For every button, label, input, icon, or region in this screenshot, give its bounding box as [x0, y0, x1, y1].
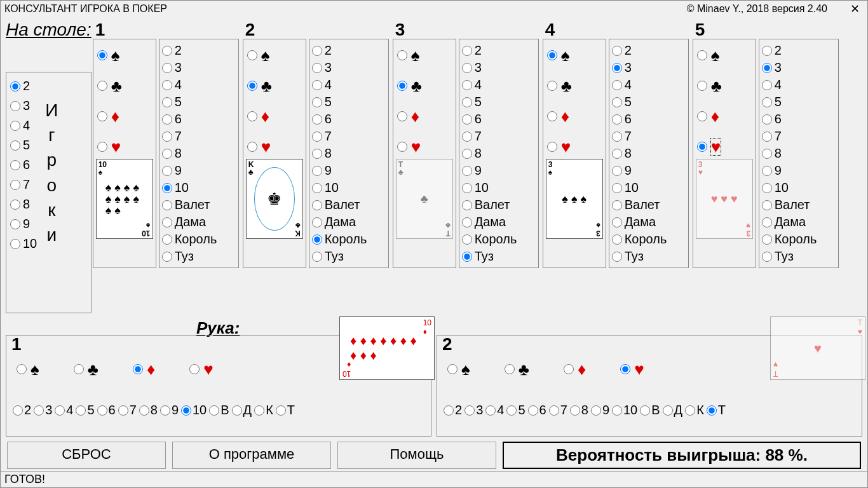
suit-option-heart[interactable]: ♥ — [397, 139, 452, 155]
hand-rank-option-3[interactable]: 3 — [34, 403, 52, 417]
rank-option-4[interactable]: 4 — [462, 78, 536, 92]
suit-option-spade[interactable]: ♠ — [697, 47, 752, 64]
rank-option-6[interactable]: 6 — [762, 112, 836, 126]
hand-suit-option-club[interactable]: ♣ — [74, 361, 98, 377]
suit-option-heart[interactable]: ♥ — [697, 139, 752, 155]
rank-option-3[interactable]: 3 — [312, 60, 386, 75]
rank-option-10[interactable]: 10 — [762, 180, 836, 195]
rank-option-2[interactable]: 2 — [462, 43, 536, 58]
suit-option-spade[interactable]: ♠ — [97, 47, 152, 64]
suit-option-spade[interactable]: ♠ — [397, 47, 452, 64]
rank-option-10[interactable]: 10 — [312, 180, 386, 195]
suit-option-diamond[interactable]: ♦ — [697, 108, 752, 125]
rank-option-8[interactable]: 8 — [462, 146, 536, 161]
help-button[interactable]: Помощь — [337, 442, 496, 469]
suit-option-club[interactable]: ♣ — [397, 78, 452, 94]
suit-option-heart[interactable]: ♥ — [547, 139, 602, 155]
players-option-2[interactable]: 2 — [10, 79, 37, 93]
rank-option-2[interactable]: 2 — [162, 43, 236, 58]
rank-option-9[interactable]: 9 — [762, 163, 836, 178]
rank-option-5[interactable]: 5 — [162, 95, 236, 109]
close-icon[interactable]: ✕ — [846, 2, 864, 16]
rank-option-7[interactable]: 7 — [762, 129, 836, 144]
hand-rank-option-К[interactable]: К — [685, 403, 704, 417]
suit-option-club[interactable]: ♣ — [547, 78, 602, 94]
rank-option-Король[interactable]: Король — [612, 232, 686, 247]
rank-option-Король[interactable]: Король — [762, 232, 836, 247]
rank-option-3[interactable]: 3 — [462, 60, 536, 75]
rank-option-Дама[interactable]: Дама — [612, 215, 686, 229]
rank-option-2[interactable]: 2 — [762, 43, 836, 58]
hand-rank-option-4[interactable]: 4 — [55, 403, 73, 417]
players-option-6[interactable]: 6 — [10, 158, 37, 172]
hand-suit-option-spade[interactable]: ♠ — [447, 361, 470, 377]
rank-option-Туз[interactable]: Туз — [312, 249, 386, 264]
hand-rank-option-2[interactable]: 2 — [13, 403, 31, 417]
rank-option-7[interactable]: 7 — [462, 129, 536, 144]
rank-option-5[interactable]: 5 — [462, 95, 536, 109]
suit-option-club[interactable]: ♣ — [697, 78, 752, 94]
rank-option-2[interactable]: 2 — [612, 43, 686, 58]
suit-option-diamond[interactable]: ♦ — [397, 108, 452, 125]
rank-option-9[interactable]: 9 — [612, 163, 686, 178]
hand-rank-option-5[interactable]: 5 — [76, 403, 94, 417]
suit-option-diamond[interactable]: ♦ — [247, 108, 302, 125]
hand-rank-option-2[interactable]: 2 — [444, 403, 462, 417]
hand-rank-option-3[interactable]: 3 — [465, 403, 483, 417]
suit-option-heart[interactable]: ♥ — [97, 139, 152, 155]
hand-rank-option-7[interactable]: 7 — [549, 403, 567, 417]
rank-option-3[interactable]: 3 — [162, 60, 236, 75]
hand-suit-option-diamond[interactable]: ♦ — [133, 361, 155, 377]
rank-option-Валет[interactable]: Валет — [312, 198, 386, 212]
rank-option-4[interactable]: 4 — [762, 78, 836, 92]
rank-option-7[interactable]: 7 — [312, 129, 386, 144]
rank-option-5[interactable]: 5 — [612, 95, 686, 109]
rank-option-Туз[interactable]: Туз — [612, 249, 686, 264]
hand-rank-option-Т[interactable]: Т — [707, 403, 726, 417]
rank-option-9[interactable]: 9 — [462, 163, 536, 178]
rank-option-9[interactable]: 9 — [162, 163, 236, 178]
suit-option-heart[interactable]: ♥ — [247, 139, 302, 155]
rank-option-4[interactable]: 4 — [612, 78, 686, 92]
rank-option-4[interactable]: 4 — [162, 78, 236, 92]
rank-option-2[interactable]: 2 — [312, 43, 386, 58]
hand-rank-option-7[interactable]: 7 — [118, 403, 137, 417]
rank-option-10[interactable]: 10 — [462, 180, 536, 195]
rank-option-5[interactable]: 5 — [762, 95, 836, 109]
players-option-5[interactable]: 5 — [10, 138, 37, 152]
hand-rank-option-5[interactable]: 5 — [506, 403, 525, 417]
hand-suit-option-diamond[interactable]: ♦ — [564, 361, 586, 377]
rank-option-Король[interactable]: Король — [312, 232, 386, 247]
hand-suit-option-heart[interactable]: ♥ — [620, 361, 644, 377]
hand-rank-option-9[interactable]: 9 — [591, 403, 609, 417]
rank-option-5[interactable]: 5 — [312, 95, 386, 109]
rank-option-6[interactable]: 6 — [162, 112, 236, 126]
rank-option-Туз[interactable]: Туз — [162, 249, 236, 264]
hand-rank-option-8[interactable]: 8 — [570, 403, 588, 417]
reset-button[interactable]: СБРОС — [7, 442, 166, 469]
rank-option-Валет[interactable]: Валет — [612, 198, 686, 212]
rank-option-6[interactable]: 6 — [462, 112, 536, 126]
hand-rank-option-В[interactable]: В — [640, 403, 660, 417]
hand-suit-option-heart[interactable]: ♥ — [189, 361, 213, 377]
rank-option-4[interactable]: 4 — [312, 78, 386, 92]
hand-rank-option-6[interactable]: 6 — [97, 403, 116, 417]
rank-option-Дама[interactable]: Дама — [762, 215, 836, 229]
rank-option-3[interactable]: 3 — [612, 60, 686, 75]
about-button[interactable]: О программе — [172, 442, 331, 469]
rank-option-Туз[interactable]: Туз — [762, 249, 836, 264]
suit-option-spade[interactable]: ♠ — [547, 47, 602, 64]
rank-option-3[interactable]: 3 — [762, 60, 836, 75]
suit-option-diamond[interactable]: ♦ — [97, 108, 152, 125]
hand-rank-option-Т[interactable]: Т — [276, 403, 295, 417]
rank-option-7[interactable]: 7 — [162, 129, 236, 144]
rank-option-8[interactable]: 8 — [612, 146, 686, 161]
players-option-10[interactable]: 10 — [10, 236, 37, 251]
suit-option-club[interactable]: ♣ — [97, 78, 152, 94]
rank-option-9[interactable]: 9 — [312, 163, 386, 178]
hand-rank-option-9[interactable]: 9 — [160, 403, 179, 417]
rank-option-Туз[interactable]: Туз — [462, 249, 536, 264]
rank-option-Дама[interactable]: Дама — [312, 215, 386, 229]
rank-option-8[interactable]: 8 — [162, 146, 236, 161]
rank-option-10[interactable]: 10 — [162, 180, 236, 195]
